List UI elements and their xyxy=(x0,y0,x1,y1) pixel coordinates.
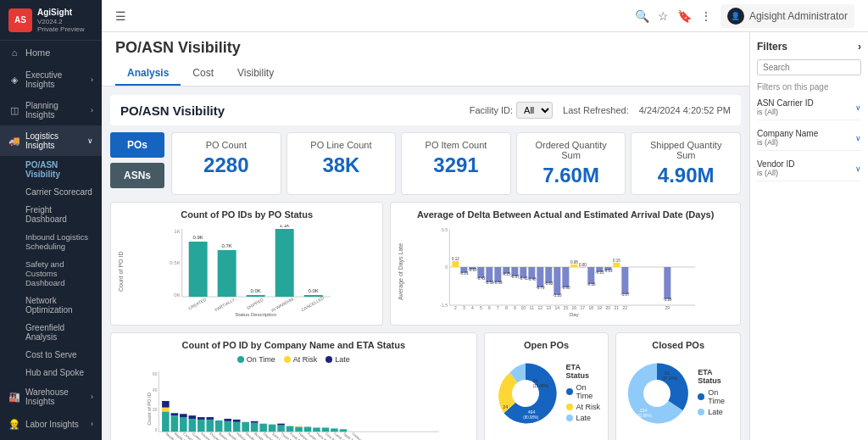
svg-rect-112 xyxy=(224,419,231,421)
svg-text:22: 22 xyxy=(623,305,628,310)
svg-text:CREATED: CREATED xyxy=(187,297,208,311)
svg-text:-1.5: -1.5 xyxy=(440,303,448,308)
late-dot xyxy=(326,356,332,363)
filters-expand-icon[interactable]: › xyxy=(858,41,861,53)
svg-text:154: 154 xyxy=(640,408,648,413)
warehouse-expand-icon: › xyxy=(91,393,93,401)
sidebar-item-cost-serve[interactable]: Cost to Serve xyxy=(17,346,102,364)
closed-po-title: Closed POs xyxy=(623,340,733,350)
svg-rect-121 xyxy=(277,424,285,426)
po-asn-label: PO/ASN Visibility xyxy=(25,160,93,179)
svg-text:0.00: 0.00 xyxy=(579,263,587,267)
filter-asn-carrier-group: ASN Carrier ID is (All) xyxy=(757,98,814,116)
svg-text:0.08: 0.08 xyxy=(570,260,578,265)
filter-search-input[interactable] xyxy=(757,59,861,75)
sidebar-item-logistics[interactable]: 🚚 Logistics Insights ∨ xyxy=(0,125,102,156)
sidebar-item-labor[interactable]: 👷 Labor Insights › xyxy=(0,412,102,436)
filter-vendor-id-expand[interactable]: ∨ xyxy=(855,164,861,173)
kpi-shipped-value: 4.90M xyxy=(642,164,730,187)
page-title: PO/ASN Visibility xyxy=(115,39,736,62)
user-name: Agisight Administrator xyxy=(749,10,848,22)
sidebar-item-inbound[interactable]: Inbound Logistics Scheduling xyxy=(17,228,102,255)
asns-button[interactable]: ASNs xyxy=(110,163,164,188)
app-info: AgiSight V2024.2 Private Preview xyxy=(37,7,85,33)
svg-text:0.15: 0.15 xyxy=(613,259,620,263)
sidebar-item-planning[interactable]: ◫ Planning Insights › xyxy=(0,95,102,125)
sidebar-item-po-asn[interactable]: PO/ASN Visibility xyxy=(17,156,102,183)
sidebar-item-hub-spoke[interactable]: Hub and Spoke xyxy=(17,364,102,382)
kpi-po-count-label: PO Count xyxy=(182,140,270,150)
user-info[interactable]: 👤 Agisight Administrator xyxy=(721,4,854,28)
tab-analysis[interactable]: Analysis xyxy=(115,62,181,86)
sidebar-item-carrier[interactable]: Carrier Scorecard xyxy=(17,183,102,201)
filter-asn-carrier: ASN Carrier ID is (All) ∨ xyxy=(757,95,861,120)
svg-rect-116 xyxy=(251,423,259,432)
svg-rect-114 xyxy=(233,420,241,422)
open-po-chart: Open POs xyxy=(484,332,609,440)
home-icon: ⌂ xyxy=(8,47,20,58)
open-po-legend-at-risk: At Risk xyxy=(566,403,602,411)
svg-text:-0.48: -0.48 xyxy=(528,277,537,281)
kpi-card-po-item: PO Item Count 3291 xyxy=(401,132,511,195)
at-risk-dot xyxy=(284,356,291,363)
pos-button[interactable]: POs xyxy=(110,132,164,158)
svg-rect-104 xyxy=(189,419,197,432)
closed-po-on-time-dot xyxy=(698,393,704,400)
planning-icon: ◫ xyxy=(8,104,20,116)
user-avatar: 👤 xyxy=(727,8,744,25)
search-icon[interactable]: 🔍 xyxy=(635,9,649,23)
facility-dropdown[interactable]: All xyxy=(516,102,553,119)
svg-text:13: 13 xyxy=(547,305,552,310)
filter-company-name-value: is (All) xyxy=(757,138,818,147)
kpi-card-shipped-qty: Shipped Quantity Sum 4.90M xyxy=(631,132,741,195)
tab-cost[interactable]: Cost xyxy=(181,62,225,86)
svg-rect-119 xyxy=(269,425,276,432)
tab-visibility[interactable]: Visibility xyxy=(225,62,286,86)
bookmark-icon[interactable]: 🔖 xyxy=(677,9,692,23)
svg-text:(37.14%): (37.14%) xyxy=(663,376,679,381)
logistics-icon: 🚚 xyxy=(8,135,20,147)
filter-company-name-expand[interactable]: ∨ xyxy=(855,134,861,142)
filter-asn-carrier-expand[interactable]: ∨ xyxy=(855,103,861,112)
sidebar-item-executive[interactable]: ◈ Executive Insights › xyxy=(0,64,102,95)
svg-rect-57 xyxy=(580,267,587,268)
svg-text:8: 8 xyxy=(505,305,508,310)
sidebar-item-greenfield[interactable]: Greenfield Analysis xyxy=(17,319,102,346)
svg-text:-0.80: -0.80 xyxy=(562,286,571,290)
labor-icon: 👷 xyxy=(8,418,20,430)
open-po-at-risk-dot xyxy=(566,404,573,410)
closed-po-svg: 91 (37.14%) 154 (62.86%) xyxy=(623,355,691,432)
filters-header: Filters › xyxy=(757,41,861,53)
closed-po-on-time-label: On Time xyxy=(708,388,733,405)
sidebar-item-self-service[interactable]: ⚙ Self Service › xyxy=(0,436,102,440)
delta-chart-content: 0.5 0 -1.5 0.12 -0.23 xyxy=(403,225,733,318)
svg-text:3: 3 xyxy=(463,305,465,310)
svg-text:6: 6 xyxy=(488,305,491,310)
open-po-at-risk-label: At Risk xyxy=(576,403,601,411)
svg-rect-126 xyxy=(313,427,320,432)
open-po-svg: 92 (15.08%) 24 494 (80.98%) xyxy=(492,355,559,432)
star-icon[interactable]: ☆ xyxy=(658,9,669,23)
sidebar-item-freight[interactable]: Freight Dashboard xyxy=(17,201,102,228)
bottom-row: Count of PO ID by Company Name and ETA S… xyxy=(110,332,741,440)
sidebar-item-warehouse[interactable]: 🏭 Warehouse Insights › xyxy=(0,382,102,412)
svg-text:-0.62: -0.62 xyxy=(545,281,554,286)
sidebar-item-network[interactable]: Network Optimization xyxy=(17,292,102,319)
svg-text:16: 16 xyxy=(572,305,577,310)
svg-rect-101 xyxy=(171,413,179,415)
executive-expand-icon: › xyxy=(91,75,93,84)
kpi-po-item-label: PO Item Count xyxy=(412,140,500,150)
top-bar-left: ☰ xyxy=(115,9,126,23)
delta-chart-title: Average of Delta Between Actual and Esti… xyxy=(398,209,733,220)
sidebar-item-safety[interactable]: Safety and Customs Dashboard xyxy=(17,255,102,292)
hamburger-button[interactable]: ☰ xyxy=(115,9,126,23)
filter-vendor-id: Vendor ID is (All) ∨ xyxy=(757,156,861,181)
svg-text:17: 17 xyxy=(581,305,586,310)
filter-asn-carrier-value: is (All) xyxy=(757,108,814,116)
svg-rect-115 xyxy=(242,422,249,432)
more-icon[interactable]: ⋮ xyxy=(700,9,712,23)
legend-on-time: On Time xyxy=(237,355,275,364)
sidebar-item-home[interactable]: ⌂ Home xyxy=(0,41,102,64)
last-refreshed-value: 4/24/2024 4:20:52 PM xyxy=(639,105,731,115)
svg-text:29: 29 xyxy=(665,305,670,310)
